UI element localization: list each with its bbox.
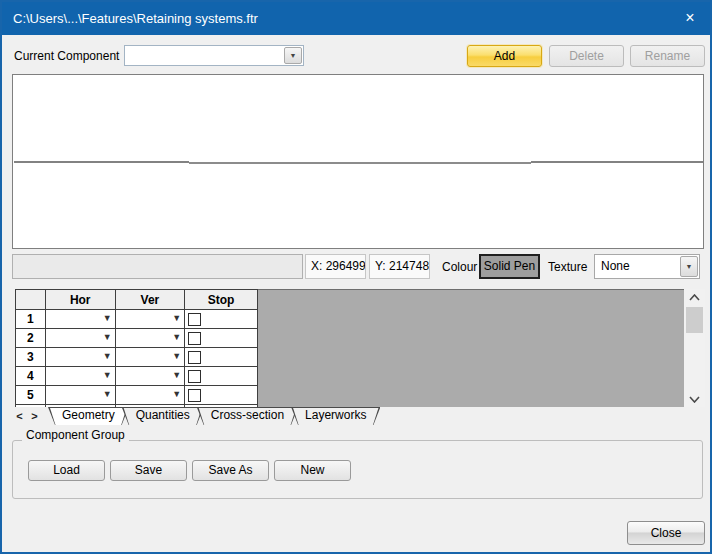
- grid-scrollbar[interactable]: [684, 289, 705, 407]
- grid-column-header: Hor: [45, 290, 115, 310]
- tab-scroll-left-icon[interactable]: <: [12, 407, 27, 425]
- chevron-down-icon: ▼: [172, 313, 181, 323]
- chevron-down-icon[interactable]: ▼: [680, 256, 698, 277]
- chevron-down-icon: ▼: [103, 370, 112, 380]
- ver-cell-combobox[interactable]: ▼: [115, 329, 185, 348]
- hor-cell-combobox[interactable]: ▼: [45, 310, 115, 329]
- grid-row: 5▼▼: [16, 386, 258, 405]
- tab-label: Geometry: [62, 408, 115, 422]
- info-field: [12, 254, 303, 279]
- x-coordinate-field: X: 2964991: [305, 254, 366, 279]
- window-title: C:\Users\...\Features\Retaining systems.…: [13, 2, 258, 35]
- save-button[interactable]: Save: [110, 460, 187, 481]
- tab-scroll-right-icon[interactable]: >: [27, 407, 42, 425]
- grid-column-header: Ver: [115, 290, 185, 310]
- stop-checkbox[interactable]: [188, 389, 201, 402]
- geometry-grid: HorVerStop1▼▼2▼▼3▼▼4▼▼5▼▼6▼▼: [15, 289, 258, 407]
- ver-cell-combobox[interactable]: ▼: [115, 386, 185, 405]
- add-button[interactable]: Add: [467, 45, 542, 67]
- stop-checkbox[interactable]: [188, 332, 201, 345]
- stop-cell: [185, 329, 258, 348]
- stop-cell: [185, 348, 258, 367]
- tab-label: Layerworks: [305, 408, 366, 422]
- solid-pen-button[interactable]: Solid Pen: [479, 254, 540, 279]
- grid-row: 4▼▼: [16, 367, 258, 386]
- hor-cell-combobox[interactable]: ▼: [45, 348, 115, 367]
- chevron-down-icon: ▼: [172, 332, 181, 342]
- hor-cell-combobox[interactable]: ▼: [45, 386, 115, 405]
- hor-cell-combobox[interactable]: ▼: [45, 329, 115, 348]
- sheet-tabstrip: < > GeometryQuantitiesCross-sectionLayer…: [12, 407, 700, 425]
- title-bar: C:\Users\...\Features\Retaining systems.…: [2, 2, 710, 35]
- ver-cell-combobox[interactable]: ▼: [115, 367, 185, 386]
- stop-checkbox[interactable]: [188, 313, 201, 326]
- stop-cell: [185, 386, 258, 405]
- tab-label: Cross-section: [211, 408, 284, 422]
- chevron-down-icon: ▼: [172, 351, 181, 361]
- stop-checkbox[interactable]: [188, 370, 201, 383]
- drawing-canvas[interactable]: [12, 74, 704, 249]
- grid-row: 2▼▼: [16, 329, 258, 348]
- texture-label: Texture: [548, 260, 587, 274]
- chevron-down-icon: ▼: [172, 370, 181, 380]
- grid-row: 1▼▼: [16, 310, 258, 329]
- tab-label: Quantities: [136, 408, 190, 422]
- grid-row-number: 2: [16, 329, 46, 348]
- chevron-down-icon: ▼: [103, 332, 112, 342]
- stop-checkbox[interactable]: [188, 351, 201, 364]
- grid-filler-area: [258, 289, 684, 407]
- ver-cell-combobox[interactable]: ▼: [115, 348, 185, 367]
- grid-row: 3▼▼: [16, 348, 258, 367]
- dialog-window: C:\Users\...\Features\Retaining systems.…: [0, 0, 712, 554]
- chevron-down-icon: ▼: [103, 313, 112, 323]
- chevron-down-icon: ▼: [172, 389, 181, 399]
- chevron-down-icon: ▼: [103, 389, 112, 399]
- delete-button[interactable]: Delete: [549, 45, 624, 67]
- grid-column-header: [16, 290, 46, 310]
- current-component-combobox[interactable]: ▼: [124, 45, 304, 66]
- stop-cell: [185, 367, 258, 386]
- component-group-box: LoadSaveSave AsNew: [12, 440, 703, 499]
- y-coordinate-field: Y: 2147483: [369, 254, 430, 279]
- grid-row-number: 1: [16, 310, 46, 329]
- load-button[interactable]: Load: [28, 460, 105, 481]
- colour-label: Colour: [442, 260, 477, 274]
- ver-cell-combobox[interactable]: ▼: [115, 310, 185, 329]
- canvas-line-segment: [14, 161, 189, 163]
- grid-row-number: 3: [16, 348, 46, 367]
- grid-header-row: HorVerStop: [16, 290, 258, 310]
- chevron-down-icon[interactable]: ▼: [284, 47, 302, 64]
- save-as-button[interactable]: Save As: [192, 460, 269, 481]
- scroll-up-icon[interactable]: [684, 289, 705, 305]
- tab-layerworks[interactable]: Layerworks: [291, 407, 380, 425]
- texture-combobox[interactable]: None ▼: [594, 254, 700, 279]
- rename-button[interactable]: Rename: [630, 45, 705, 67]
- grid-column-header: Stop: [185, 290, 258, 310]
- scrollbar-thumb[interactable]: [686, 307, 703, 333]
- chevron-down-icon: ▼: [103, 351, 112, 361]
- new-button[interactable]: New: [274, 460, 351, 481]
- close-button[interactable]: Close: [627, 521, 705, 545]
- hor-cell-combobox[interactable]: ▼: [45, 367, 115, 386]
- grid-row-number: 4: [16, 367, 46, 386]
- tab-cross-section[interactable]: Cross-section: [197, 407, 298, 425]
- texture-value: None: [601, 255, 630, 278]
- component-group-label: Component Group: [22, 428, 129, 442]
- close-icon[interactable]: ×: [670, 2, 710, 35]
- grid-row-number: 5: [16, 386, 46, 405]
- current-component-label: Current Component: [14, 49, 119, 63]
- tab-geometry[interactable]: Geometry: [48, 407, 129, 425]
- scroll-down-icon[interactable]: [684, 391, 705, 407]
- canvas-line-segment: [531, 161, 703, 163]
- tab-quantities[interactable]: Quantities: [122, 407, 204, 425]
- canvas-line-segment: [189, 162, 531, 164]
- stop-cell: [185, 310, 258, 329]
